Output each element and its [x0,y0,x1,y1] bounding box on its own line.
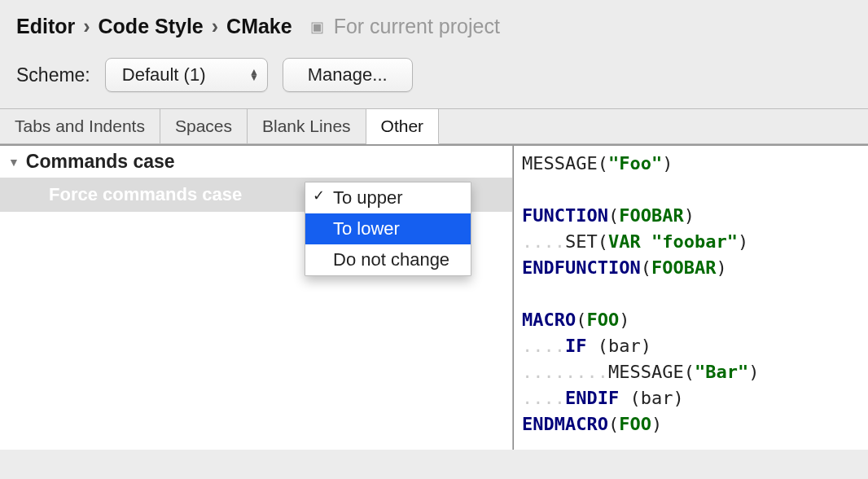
code-line: MACRO(FOO) [522,307,860,333]
code-line: ENDMACRO(FOO) [522,411,860,437]
breadcrumb-cmake: CMake [226,15,292,38]
code-line: MESSAGE("Foo") [522,151,860,177]
breadcrumb-sep-2: › [212,15,218,38]
select-chevrons-icon: ▲▼ [249,69,259,81]
code-line: ....ENDIF (bar) [522,385,860,411]
disclosure-triangle-icon: ▼ [8,156,20,169]
code-line-blank [522,281,860,307]
header-breadcrumb-row: Editor › Code Style › CMake ▣ For curren… [0,0,868,38]
code-line: FUNCTION(FOOBAR) [522,203,860,229]
code-line-blank [522,177,860,203]
section-commands-case[interactable]: ▼ Commands case [0,146,512,178]
breadcrumb-editor[interactable]: Editor [16,15,75,38]
breadcrumb-code-style[interactable]: Code Style [99,15,204,38]
options-pane: ▼ Commands case Force commands case To u… [0,146,513,450]
tab-blank-lines[interactable]: Blank Lines [248,109,366,143]
tabs: Tabs and Indents Spaces Blank Lines Othe… [0,108,868,144]
breadcrumb-sep-1: › [83,15,90,38]
dropdown-item-to-lower[interactable]: To lower [305,213,471,244]
manage-button[interactable]: Manage... [283,58,413,92]
scheme-value: Default (1) [122,64,206,86]
scheme-label: Scheme: [16,64,90,86]
dropdown-item-do-not-change[interactable]: Do not change [305,244,471,275]
dropdown-item-to-upper[interactable]: To upper [305,182,471,213]
scope-text: For current project [334,15,500,38]
section-title: Commands case [26,151,175,173]
tab-other[interactable]: Other [366,109,440,144]
commands-case-dropdown: To upper To lower Do not change [305,182,471,276]
code-line: ENDFUNCTION(FOOBAR) [522,255,860,281]
code-preview: MESSAGE("Foo") FUNCTION(FOOBAR) ....SET(… [513,146,868,450]
scope-icon: ▣ [310,18,324,36]
code-line: ........MESSAGE("Bar") [522,359,860,385]
content: ▼ Commands case Force commands case To u… [0,144,868,450]
scheme-select[interactable]: Default (1) ▲▼ [105,58,268,92]
tab-tabs-and-indents[interactable]: Tabs and Indents [0,109,160,143]
scheme-row: Scheme: Default (1) ▲▼ Manage... [0,38,868,108]
code-line: ....SET(VAR "foobar") [522,229,860,255]
breadcrumb: Editor › Code Style › CMake [16,15,292,38]
option-label: Force commands case [49,184,242,205]
code-line: ....IF (bar) [522,333,860,359]
tab-spaces[interactable]: Spaces [160,109,248,143]
